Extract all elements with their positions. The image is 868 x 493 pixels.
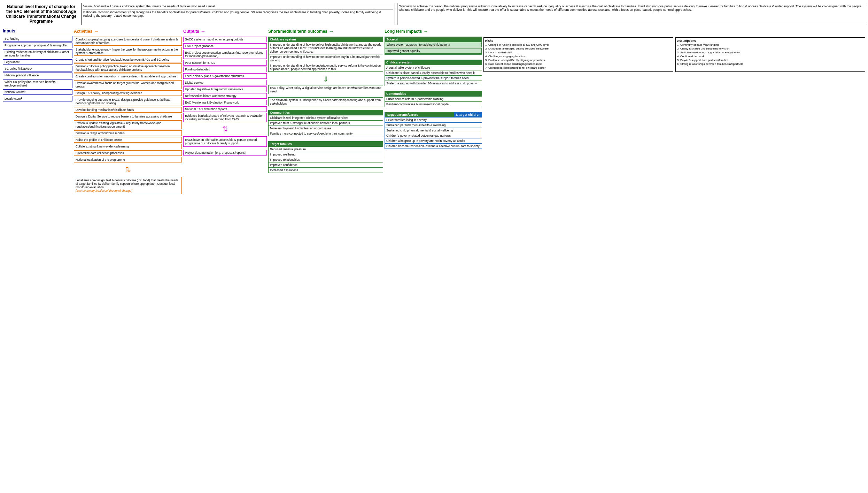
activity-item: Design EAC policy, incorporating existin… [74, 90, 182, 96]
activity-item: National evaluation of the programme [74, 157, 182, 162]
output-item: SACC systems map & other scoping outputs [183, 37, 267, 42]
long-childcare-items: A sustainable system of childcareChildca… [385, 65, 482, 86]
input-item: National political influence [3, 73, 72, 78]
childcare-system2-text: The childcare system is underpinned by c… [270, 98, 381, 105]
risks-header-spacer [483, 28, 865, 35]
output-item: Funding distributed [183, 67, 267, 72]
project-doc-box: Project documentation [e.g. proposals/re… [183, 150, 267, 156]
input-item: Local Actors⁴ [3, 96, 72, 101]
long-target-header-blue: & target children [454, 112, 482, 117]
page-title: National level theory of change for the … [3, 3, 79, 25]
short-target-item: Improved relationships [269, 157, 383, 162]
output-item: Digital service [183, 80, 267, 85]
output-item: EAC project guidance [183, 43, 267, 49]
short-target-item: Reduced financial pressure [269, 146, 383, 152]
risk-item: 6. Data collection too challenging/burde… [485, 62, 672, 66]
short-childcare-items: Improved understanding of how to deliver… [269, 42, 383, 71]
short-community-item: Families more connected to services/peop… [269, 131, 383, 136]
short-community-item: More employment & volunteering opportuni… [269, 126, 383, 131]
short-target-item: Improved wellbeing [269, 152, 383, 157]
eac-policy-box: EAC policy, wider policy & digital servi… [268, 85, 383, 94]
long-childcare-section: Childcare system A sustainable system of… [385, 60, 482, 86]
risk-item: 3. Lack of skilled staff [485, 51, 672, 54]
short-childcare-header: Childcare system [269, 37, 383, 42]
activity-item: Conduct scoping/mapping exercises to und… [74, 37, 182, 46]
inputs-column: Inputs SG fundingProgramme approach prin… [3, 28, 72, 103]
inputs-label: Inputs [3, 29, 15, 33]
output-item: EAC Monitoring & Evaluation Framework [183, 100, 267, 105]
input-item: Existing evidence on delivery of childca… [3, 49, 72, 58]
output-item: Updated legislative & regulatory framewo… [183, 86, 267, 92]
page-container: National level theory of change for the … [3, 3, 865, 194]
activities-divider-arrow: ⇅ [74, 165, 182, 174]
long-societal-header: Societal [385, 37, 482, 42]
local-areas-link: [See summary local level theory of chang… [76, 189, 132, 192]
eac-bottom-text: EACs have an affordable, accessible & pe… [185, 138, 257, 145]
long-target-section: Target parents/carers & target children … [385, 112, 482, 149]
assumption-item: 5. Buy-in & support from partners/famili… [677, 59, 863, 62]
short-community-item: Childcare is well integrated within a sy… [269, 115, 383, 120]
risk-item: 4. Challenges engaging families [485, 55, 672, 58]
activity-item: Raise the profile of childcare sector [74, 137, 182, 143]
eac-bottom-box: EACs have an affordable, accessible & pe… [183, 136, 267, 147]
long-childcare-item: System is person-centred & provides the … [385, 75, 482, 81]
activity-item: Review & update existing legislative & r… [74, 120, 182, 129]
risk-item: 2. LA budget landscape, cutting services… [485, 47, 672, 50]
short-communities-items: Childcare is well integrated within a sy… [269, 115, 383, 136]
outputs-header: Outputs → [183, 28, 267, 35]
risks-items: 1. Change in funding priorities at SG an… [485, 43, 672, 69]
inputs-list: SG fundingProgramme approach principles … [3, 36, 72, 103]
main-columns: Inputs SG fundingProgramme approach prin… [3, 28, 865, 194]
long-childcare-header: Childcare system [385, 60, 482, 65]
risks-assumptions-column: Risks 1. Change in funding priorities at… [483, 28, 865, 72]
long-societal-items: Whole system approach to tackling child … [385, 42, 482, 54]
assumption-item: 2. Clarity & shared understanding of vis… [677, 47, 863, 50]
activity-item: Stakeholder engagement – 'make the case'… [74, 47, 182, 56]
long-term-arrow: → [423, 29, 428, 34]
activities-header: Activities → [74, 28, 182, 35]
short-target-families-header: Target families [269, 142, 383, 146]
short-childcare-item: Improved understanding of how to underta… [269, 63, 383, 71]
long-target-item: Children's poverty-related outcomes gap … [385, 133, 482, 138]
overview-block: Overview: to achieve this vision, the na… [397, 3, 865, 25]
top-section: National level theory of change for the … [3, 3, 865, 25]
activity-item: Collate existing & new evidence/learning [74, 144, 182, 149]
long-childcare-item: Childcare is place-based & easily access… [385, 70, 482, 75]
long-community-item: Public service reform & partnership work… [385, 96, 482, 101]
short-down-arrow: ⇓ [268, 75, 383, 83]
activity-item: Provide ongoing support to EACs, design … [74, 97, 182, 106]
outputs-divider-arrow: ⇅ [183, 125, 267, 133]
activities-column: Activities → Conduct scoping/mapping exe… [74, 28, 182, 194]
input-item: Legislation¹ [3, 59, 72, 65]
long-communities-items: Public service reform & partnership work… [385, 96, 482, 107]
long-target-header-green: Target parents/carers [385, 112, 454, 117]
outputs-list: SACC systems map & other scoping outputs… [183, 37, 267, 123]
output-item: National EAC evaluation reports [183, 106, 267, 112]
long-communities-section: Communities Public service reform & part… [385, 91, 482, 107]
short-childcare-item: Improved understanding of how to create … [269, 54, 383, 63]
short-medium-label: Short/medium term outcomes [268, 29, 327, 34]
output-item: Local delivery plans & governance struct… [183, 73, 267, 79]
short-community-item: Improved trust & stronger relationship b… [269, 120, 383, 126]
input-item: SG policy /initiatives² [3, 66, 72, 71]
short-medium-arrow: → [329, 29, 334, 34]
local-areas-text: Local areas co-design, test & deliver ch… [76, 179, 178, 189]
eac-policy-text: EAC policy, wider policy & digital servi… [270, 86, 381, 93]
assumptions-items: 1. Continuity of multi-year funding2. Cl… [677, 43, 863, 66]
risk-item: 1. Change in funding priorities at SG an… [485, 43, 672, 46]
long-target-items: Fewer families living in povertySustaine… [385, 117, 482, 149]
long-target-combined-header: Target parents/carers & target children [385, 112, 482, 117]
long-target-item: Children who grow up in poverty are not … [385, 138, 482, 143]
long-target-item: Sustained child physical, mental & socia… [385, 128, 482, 133]
assumption-item: 3. Sufficient resources – e.g. staff/spa… [677, 51, 863, 54]
input-item: Programme approach principles & learning… [3, 43, 72, 48]
long-target-item: Children become responsible citizens & e… [385, 143, 482, 149]
childcare-system2-box: The childcare system is underpinned by c… [268, 97, 383, 106]
short-communities-header: Communities [269, 110, 383, 115]
assumptions-title: Assumptions [677, 39, 863, 43]
long-term-header: Long term impacts → [385, 28, 482, 35]
activity-item: Streamline data collection processes [74, 150, 182, 156]
outputs-label: Outputs [183, 29, 199, 34]
activity-item: Develop funding mechanism/distribute fun… [74, 107, 182, 113]
vision-text: Vision: Scotland will have a childcare s… [83, 5, 393, 9]
